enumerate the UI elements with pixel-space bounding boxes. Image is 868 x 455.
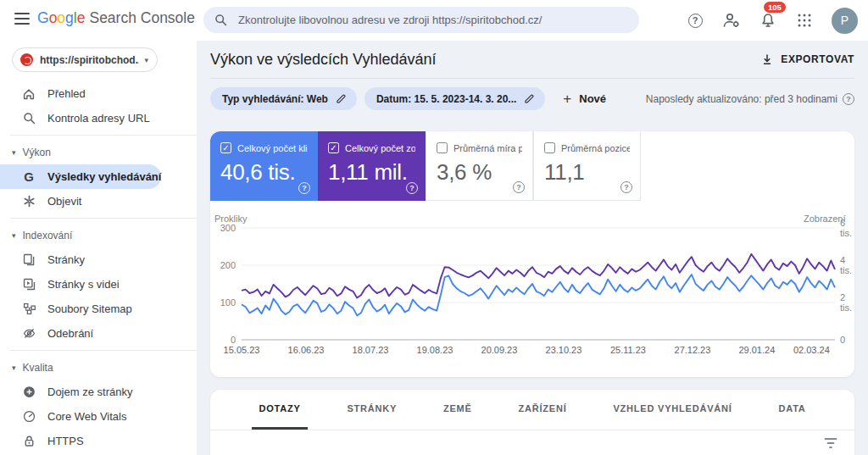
google-logo: Google <box>37 9 85 27</box>
metric-card-total-impressions[interactable]: ✓Celkový počet zo... 1,11 mil. ? <box>318 131 426 201</box>
sidebar-item-removals[interactable]: Odebrání <box>0 321 197 346</box>
notifications-icon[interactable]: 105 <box>759 11 777 30</box>
metric-value: 40,6 tis. <box>220 159 308 186</box>
search-icon <box>214 13 228 27</box>
sitemaps-icon <box>21 302 36 317</box>
x-tick-label: 20.09.23 <box>481 345 518 355</box>
last-updated: Naposledy aktualizováno: před 3 hodinami… <box>646 93 854 105</box>
tab-dates[interactable]: DATA <box>771 390 812 430</box>
edit-icon[interactable] <box>524 93 535 104</box>
tab-countries[interactable]: ZEMĚ <box>437 390 479 430</box>
avatar[interactable]: P <box>832 8 858 34</box>
help-icon[interactable]: ? <box>686 11 704 30</box>
metric-card-average-ctr[interactable]: Průměrná míra pr... 3,6 % ? <box>426 131 533 201</box>
section-header-indexing[interactable]: ▾ Indexování <box>0 223 197 247</box>
export-label: EXPORTOVAT <box>781 53 854 65</box>
divider <box>210 430 854 430</box>
sidebar-item-discover[interactable]: Objevit <box>0 189 197 214</box>
x-tick-label: 16.06.23 <box>288 345 325 355</box>
checkbox-checked-icon[interactable]: ✓ <box>220 142 231 153</box>
property-selector[interactable]: https://spiritobchod... ▾ <box>12 47 158 72</box>
sidebar-item-url-inspection[interactable]: Kontrola adresy URL <box>0 106 197 130</box>
sidebar-item-page-experience[interactable]: Dojem ze stránky <box>0 380 197 404</box>
checkbox-unchecked-icon[interactable] <box>544 142 555 153</box>
lock-icon <box>21 434 36 449</box>
sidebar-item-core-web-vitals[interactable]: Core Web Vitals <box>0 404 197 429</box>
chart-line-right <box>242 254 835 298</box>
divider <box>210 78 854 79</box>
manage-accounts-icon[interactable] <box>722 11 741 30</box>
home-icon <box>21 86 36 102</box>
sidebar-item-search-results[interactable]: G Výsledky vyhledávání <box>0 164 161 189</box>
metric-cards: ✓Celkový počet kli... 40,6 tis. ? ✓Celko… <box>210 131 641 201</box>
x-tick-label: 02.03.24 <box>793 345 830 355</box>
metric-card-total-clicks[interactable]: ✓Celkový počet kli... 40,6 tis. ? <box>210 131 318 201</box>
edit-icon[interactable] <box>336 93 347 104</box>
x-tick-label: 23.10.23 <box>546 345 582 355</box>
y-tick-label: 0 <box>840 335 845 345</box>
tab-queries[interactable]: DOTAZY <box>252 390 307 430</box>
performance-chart[interactable] <box>242 228 835 340</box>
y-tick-label: 2 tis. <box>840 292 854 313</box>
search-input[interactable] <box>236 13 629 27</box>
export-button[interactable]: EXPORTOVAT <box>760 53 854 66</box>
chevron-down-icon: ▾ <box>12 363 16 372</box>
x-tick-label: 29.01.24 <box>738 345 775 355</box>
discover-asterisk-icon <box>21 194 36 209</box>
product-name: Search Console <box>89 9 195 27</box>
y-tick-label: 300 <box>210 223 236 233</box>
sidebar-item-overview[interactable]: Přehled <box>0 81 197 106</box>
checkbox-unchecked-icon[interactable] <box>437 142 448 153</box>
chevron-down-icon: ▾ <box>144 56 148 64</box>
sidebar-item-sitemaps[interactable]: Soubory Sitemap <box>0 297 197 321</box>
apps-grid-icon[interactable] <box>795 11 814 30</box>
metric-value: 3,6 % <box>437 159 522 186</box>
sidebar-item-https[interactable]: HTTPS <box>0 429 197 453</box>
menu-icon[interactable] <box>14 13 30 25</box>
visibility-off-icon <box>21 326 36 341</box>
metric-value: 11,1 <box>544 159 630 186</box>
help-icon[interactable]: ? <box>620 181 632 193</box>
x-tick-label: 27.12.23 <box>675 345 711 355</box>
y-tick-label: 4 tis. <box>840 255 854 275</box>
x-tick-label: 19.08.23 <box>417 345 453 355</box>
site-favicon-icon <box>20 53 33 66</box>
x-tick-label: 18.07.23 <box>353 345 389 355</box>
chevron-down-icon: ▾ <box>12 231 16 240</box>
divider <box>0 214 197 223</box>
section-header-performance[interactable]: ▾ Výkon <box>0 140 197 164</box>
dimensions-panel: DOTAZY STRÁNKY ZEMĚ ZAŘÍZENÍ VZHLED VYHL… <box>210 390 854 455</box>
section-header-experience[interactable]: ▾ Kvalita <box>0 355 197 380</box>
notification-badge: 105 <box>764 2 786 13</box>
video-pages-icon <box>21 277 36 292</box>
search-icon <box>21 111 36 126</box>
performance-panel: ✓Celkový počet kli... 40,6 tis. ? ✓Celko… <box>210 131 854 377</box>
add-circle-icon <box>21 385 36 400</box>
sidebar-item-pages[interactable]: Stránky <box>0 247 197 272</box>
checkbox-checked-icon[interactable]: ✓ <box>328 142 339 153</box>
app-logo: Google Search Console <box>37 9 195 27</box>
filter-icon[interactable] <box>824 437 837 452</box>
tab-devices[interactable]: ZAŘÍZENÍ <box>511 390 573 430</box>
y-tick-label: 0 <box>210 335 236 345</box>
url-inspection-searchbar[interactable] <box>203 7 639 33</box>
tab-search-appearance[interactable]: VZHLED VYHLEDÁVÁNÍ <box>606 390 738 430</box>
topbar: Google Search Console ? 105 P <box>0 0 868 41</box>
download-icon <box>760 53 774 66</box>
page-title: Výkon ve výsledcích Vyhledávání <box>210 51 436 69</box>
divider <box>0 346 197 355</box>
x-tick-label: 15.05.23 <box>224 345 260 355</box>
pages-icon <box>21 252 36 268</box>
property-label: https://spiritobchod... <box>40 54 139 66</box>
metric-card-average-position[interactable]: Průměrná pozice 11,1 ? <box>533 131 641 201</box>
help-icon[interactable]: ? <box>843 93 854 105</box>
help-icon[interactable]: ? <box>406 182 418 194</box>
help-icon[interactable]: ? <box>513 181 525 193</box>
performance-chart-svg <box>242 228 835 340</box>
sidebar-item-video-pages[interactable]: Stránky s videi <box>0 272 197 297</box>
help-icon[interactable]: ? <box>298 182 310 194</box>
filter-chip-search-type[interactable]: Typ vyhledávání: Web <box>210 87 357 110</box>
new-filter-button[interactable]: + Nové <box>563 91 606 108</box>
tab-pages[interactable]: STRÁNKY <box>340 390 403 430</box>
filter-chip-date-range[interactable]: Datum: 15. 5. 2023-14. 3. 20... <box>364 87 545 110</box>
